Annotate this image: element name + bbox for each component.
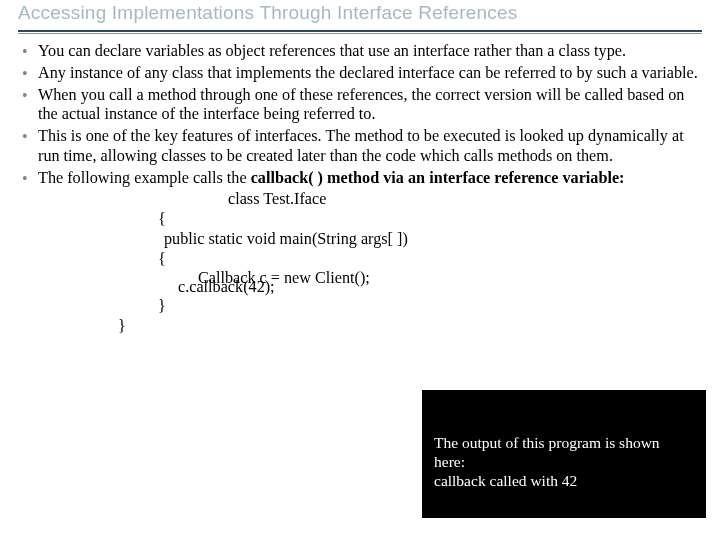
bullet-2: Any instance of any class that implement… [20, 64, 702, 84]
output-line-3: callback called with 42 [434, 472, 696, 491]
bullet-3-text: When you call a method through one of th… [38, 86, 684, 124]
output-line-1: The output of this program is shown [434, 434, 696, 453]
bullet-5: The following example calls the callback… [20, 169, 702, 189]
output-box: The output of this program is shown here… [422, 390, 706, 518]
title-rule-top [18, 30, 702, 32]
code-line-4: { [18, 250, 702, 270]
code-line-1: class Test.Iface [18, 190, 702, 210]
code-line-2: { [18, 210, 702, 230]
bullet-5-prefix: The following example calls the [38, 169, 251, 187]
code-line-3: public static void main(String args[ ]) [18, 230, 702, 250]
slide-container: Accessing Implementations Through Interf… [0, 0, 720, 540]
output-line-2: here: [434, 453, 696, 472]
bullet-list: You can declare variables as object refe… [18, 42, 702, 188]
bullet-4: This is one of the key features of inter… [20, 127, 702, 167]
bullet-1-text: You can declare variables as object refe… [38, 42, 626, 60]
code-line-6: } [18, 297, 702, 317]
slide-title: Accessing Implementations Through Interf… [18, 0, 702, 30]
code-overlap-container: Callback c = new Client(); c.callback(42… [18, 269, 702, 291]
bullet-2-text: Any instance of any class that implement… [38, 64, 698, 82]
bullet-3: When you call a method through one of th… [20, 86, 702, 126]
bullet-4-text: This is one of the key features of inter… [38, 127, 684, 165]
title-rule-bottom [18, 33, 702, 34]
bullet-5-bold: callback( ) method via an interface refe… [251, 169, 625, 187]
code-line-5b: c.callback(42); [178, 278, 275, 297]
bullet-1: You can declare variables as object refe… [20, 42, 702, 62]
code-line-7: } [18, 317, 702, 337]
